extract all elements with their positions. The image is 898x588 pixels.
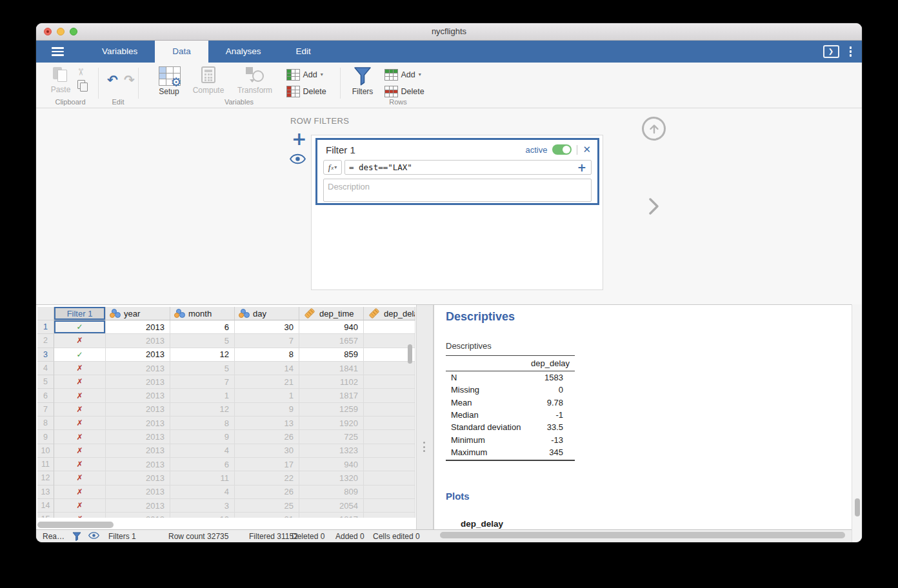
table-cell[interactable]: 26 (235, 485, 299, 499)
table-cell[interactable]: 940 (299, 458, 364, 471)
row-number[interactable]: 3 (37, 348, 54, 362)
active-toggle[interactable] (552, 144, 572, 155)
table-cell[interactable]: 1323 (299, 444, 364, 458)
filter-status-cell[interactable]: ✗ (54, 485, 106, 499)
row-number[interactable]: 11 (37, 458, 54, 471)
table-cell[interactable] (364, 444, 415, 458)
table-cell[interactable]: 21 (235, 375, 299, 389)
table-cell[interactable]: 2013 (106, 458, 170, 471)
table-cell[interactable]: 8 (170, 416, 235, 430)
filters-button[interactable]: Filters (347, 66, 378, 96)
status-funnel-icon[interactable] (72, 532, 81, 542)
table-cell[interactable]: 3 (170, 499, 235, 513)
table-cell[interactable] (364, 362, 415, 375)
column-header-day[interactable]: day (235, 307, 299, 320)
copy-icon[interactable] (77, 80, 85, 89)
filter-status-cell[interactable]: ✗ (54, 389, 106, 402)
table-cell[interactable] (364, 375, 415, 389)
table-cell[interactable]: 1817 (299, 513, 364, 518)
table-cell[interactable]: 5 (170, 362, 235, 375)
delete-variable-button[interactable]: Delete (286, 86, 326, 97)
row-number[interactable]: 6 (37, 389, 54, 402)
row-number[interactable]: 1 (37, 320, 54, 334)
pane-splitter[interactable] (416, 305, 434, 530)
table-cell[interactable]: 12 (170, 348, 235, 362)
tab-variables[interactable]: Variables (85, 41, 155, 63)
table-cell[interactable]: 30 (235, 444, 299, 458)
zoom-button[interactable] (70, 28, 77, 35)
column-header-dep_delay[interactable]: dep_delay (364, 307, 415, 320)
fx-dropdown-button[interactable]: fx ▾ (323, 160, 342, 175)
collapse-filters-icon[interactable] (642, 117, 666, 141)
results-vertical-scrollbar[interactable] (855, 498, 860, 516)
expand-panel-chevron-icon[interactable] (647, 197, 660, 218)
table-cell[interactable]: 2013 (106, 485, 170, 499)
add-variable-button[interactable]: Add ▾ (286, 69, 323, 81)
row-number[interactable]: 8 (37, 416, 54, 430)
table-cell[interactable]: 1102 (299, 375, 364, 389)
table-cell[interactable]: 1657 (299, 334, 364, 348)
add-formula-icon[interactable]: + (573, 161, 591, 174)
row-number[interactable]: 4 (37, 362, 54, 375)
paste-button[interactable]: Paste (46, 67, 75, 94)
table-cell[interactable]: 22 (235, 471, 299, 485)
table-cell[interactable]: 1841 (299, 362, 364, 375)
transform-button[interactable]: Transform (234, 66, 276, 95)
tab-analyses[interactable]: Analyses (208, 41, 279, 63)
table-cell[interactable]: 12 (170, 403, 235, 416)
table-cell[interactable]: 2013 (106, 320, 170, 334)
table-vertical-scrollbar[interactable] (408, 344, 412, 364)
table-cell[interactable]: 2013 (106, 430, 170, 444)
table-cell[interactable]: 809 (299, 485, 364, 499)
row-number[interactable]: 9 (37, 430, 54, 444)
filter-status-cell[interactable]: ✗ (54, 362, 106, 375)
compute-button[interactable]: Compute (190, 66, 227, 95)
table-cell[interactable]: 859 (299, 348, 364, 362)
table-cell[interactable] (364, 471, 415, 485)
filter-status-cell[interactable]: ✗ (54, 499, 106, 513)
undo-icon[interactable]: ↶ (107, 73, 118, 87)
add-filter-icon[interactable]: + (292, 132, 306, 147)
filter-status-cell[interactable]: ✗ (54, 403, 106, 416)
delete-row-button[interactable]: Delete (384, 86, 424, 97)
table-cell[interactable]: 4 (170, 485, 235, 499)
table-cell[interactable]: 11 (170, 471, 235, 485)
results-panel-toggle-icon[interactable]: ❯ (823, 45, 839, 58)
filter-status-cell[interactable]: ✓ (54, 320, 106, 334)
filter-status-cell[interactable]: ✗ (54, 444, 106, 458)
table-cell[interactable] (364, 458, 415, 471)
description-input[interactable] (323, 179, 592, 202)
results-scrollbar-track[interactable] (852, 304, 862, 542)
overflow-menu-icon[interactable] (848, 45, 853, 58)
table-cell[interactable]: 13 (235, 416, 299, 430)
table-cell[interactable] (364, 389, 415, 402)
table-cell[interactable]: 26 (235, 430, 299, 444)
table-cell[interactable]: 2013 (106, 471, 170, 485)
table-cell[interactable]: 2013 (106, 375, 170, 389)
table-cell[interactable]: 9 (170, 430, 235, 444)
table-cell[interactable] (364, 403, 415, 416)
table-cell[interactable]: 2013 (106, 362, 170, 375)
column-header-dep_time[interactable]: dep_time (299, 307, 364, 320)
column-header-month[interactable]: month (170, 307, 235, 320)
table-horizontal-scrollbar[interactable] (37, 522, 114, 528)
formula-input[interactable] (345, 162, 573, 172)
table-cell[interactable]: 1320 (299, 471, 364, 485)
table-cell[interactable]: 21 (235, 513, 299, 518)
table-cell[interactable] (364, 416, 415, 430)
table-cell[interactable]: 2013 (106, 416, 170, 430)
minimize-button[interactable] (57, 28, 65, 35)
table-cell[interactable] (364, 320, 415, 334)
table-cell[interactable]: 2013 (106, 513, 170, 518)
table-cell[interactable]: 7 (235, 334, 299, 348)
table-cell[interactable]: 2013 (106, 499, 170, 513)
show-filter-column-icon[interactable] (290, 153, 306, 167)
filter-status-cell[interactable]: ✗ (54, 334, 106, 348)
table-cell[interactable] (364, 485, 415, 499)
status-eye-icon[interactable] (88, 532, 99, 541)
table-cell[interactable]: 25 (235, 499, 299, 513)
redo-icon[interactable]: ↷ (124, 73, 135, 87)
table-cell[interactable] (364, 499, 415, 513)
row-number[interactable]: 13 (37, 485, 54, 499)
cut-icon[interactable]: ✂ (75, 68, 86, 77)
